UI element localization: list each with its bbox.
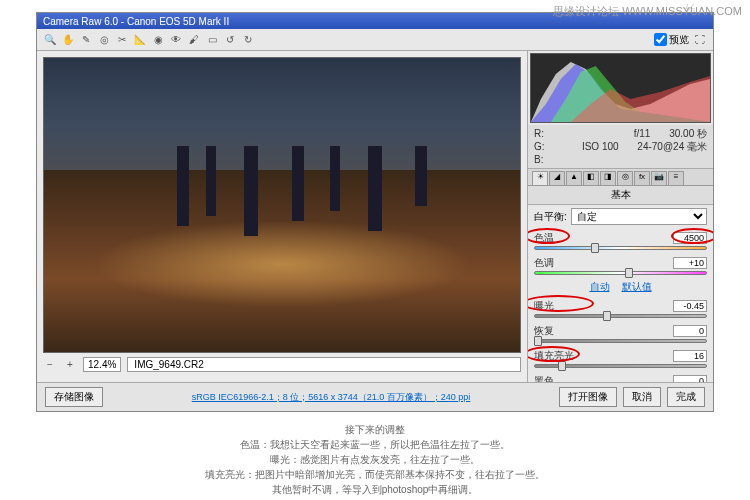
histogram: [530, 53, 711, 123]
default-link[interactable]: 默认值: [622, 281, 652, 292]
window-title: Camera Raw 6.0 - Canon EOS 5D Mark II: [43, 16, 229, 27]
tab-preset[interactable]: ≡: [668, 171, 684, 185]
tab-hsl[interactable]: ◧: [583, 171, 599, 185]
eyedropper-icon[interactable]: ✎: [79, 33, 93, 47]
straighten-icon[interactable]: 📐: [133, 33, 147, 47]
tab-basic[interactable]: ☀: [532, 171, 548, 185]
slider-black[interactable]: 黑色0: [528, 371, 713, 382]
tab-lens[interactable]: ◎: [617, 171, 633, 185]
watermark: 思缘设计论坛 WWW.MISSYUAN.COM: [553, 4, 742, 19]
auto-link[interactable]: 自动: [590, 281, 610, 292]
slider-recovery[interactable]: 恢复0: [528, 321, 713, 346]
slider-fill-light[interactable]: 填充亮光16: [528, 346, 713, 371]
preview-checkbox[interactable]: 预览: [654, 33, 689, 47]
slider-temperature[interactable]: 色温4500: [528, 228, 713, 253]
rotate-cw-icon[interactable]: ↻: [241, 33, 255, 47]
sampler-icon[interactable]: ◎: [97, 33, 111, 47]
wb-select[interactable]: 自定: [571, 208, 707, 225]
spot-icon[interactable]: ◉: [151, 33, 165, 47]
zoom-level[interactable]: 12.4%: [83, 357, 121, 372]
workflow-link[interactable]: sRGB IEC61966-2.1；8 位；5616 x 3744（21.0 百…: [109, 391, 553, 404]
slider-tint[interactable]: 色调+10: [528, 253, 713, 278]
camera-raw-window: Camera Raw 6.0 - Canon EOS 5D Mark II 🔍 …: [36, 12, 714, 412]
tab-split[interactable]: ◨: [600, 171, 616, 185]
zoom-icon[interactable]: 🔍: [43, 33, 57, 47]
zoom-in-icon[interactable]: +: [63, 358, 77, 372]
open-button[interactable]: 打开图像: [559, 387, 617, 407]
tab-detail[interactable]: ▲: [566, 171, 582, 185]
rotate-ccw-icon[interactable]: ↺: [223, 33, 237, 47]
panel-title: 基本: [528, 186, 713, 205]
toolbar: 🔍 ✋ ✎ ◎ ✂ 📐 ◉ 👁 🖌 ▭ ↺ ↻ 预览 ⛶: [37, 29, 713, 51]
done-button[interactable]: 完成: [667, 387, 705, 407]
panel-tabs: ☀ ◢ ▲ ◧ ◨ ◎ fx 📷 ≡: [528, 169, 713, 186]
sliders-panel: 色温4500 色调+10 自动默认值 曝光-0.45 恢复0 填充亮光16 黑色…: [528, 228, 713, 382]
wb-label: 白平衡:: [534, 210, 567, 224]
fullscreen-icon[interactable]: ⛶: [693, 33, 707, 47]
tab-fx[interactable]: fx: [634, 171, 650, 185]
tab-curve[interactable]: ◢: [549, 171, 565, 185]
exif-info: R:f/11 30.00 秒 G:ISO 100 24-70@24 毫米 B:: [528, 125, 713, 169]
tab-cal[interactable]: 📷: [651, 171, 667, 185]
save-button[interactable]: 存储图像: [45, 387, 103, 407]
zoom-out-icon[interactable]: −: [43, 358, 57, 372]
gradient-icon[interactable]: ▭: [205, 33, 219, 47]
cancel-button[interactable]: 取消: [623, 387, 661, 407]
brush-icon[interactable]: 🖌: [187, 33, 201, 47]
image-preview[interactable]: [43, 57, 521, 353]
filename-field: IMG_9649.CR2: [127, 357, 521, 372]
hand-icon[interactable]: ✋: [61, 33, 75, 47]
crop-icon[interactable]: ✂: [115, 33, 129, 47]
redeye-icon[interactable]: 👁: [169, 33, 183, 47]
caption: 接下来的调整 色温：我想让天空看起来蓝一些，所以把色温往左拉了一些。 曝光：感觉…: [0, 418, 750, 500]
slider-exposure[interactable]: 曝光-0.45: [528, 296, 713, 321]
footer: 存储图像 sRGB IEC61966-2.1；8 位；5616 x 3744（2…: [37, 382, 713, 411]
